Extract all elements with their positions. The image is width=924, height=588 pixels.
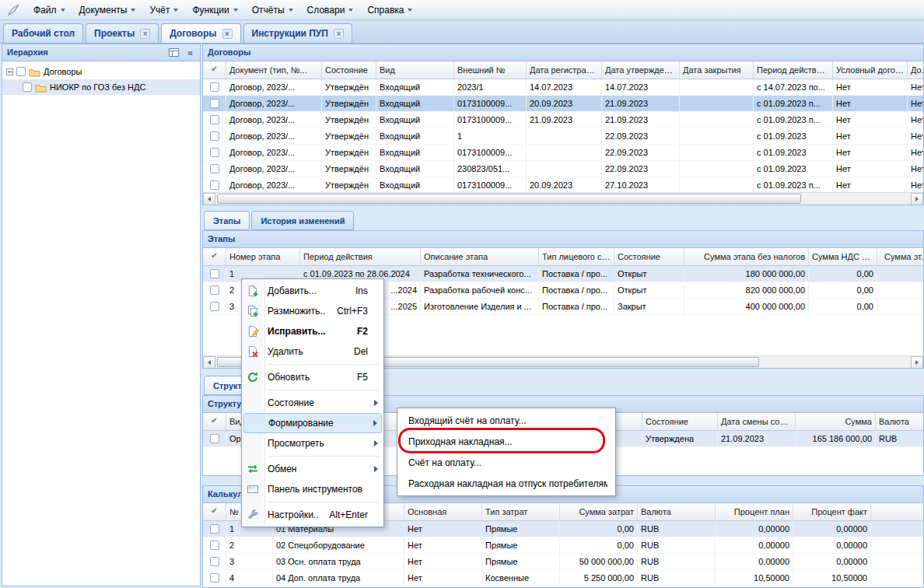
column-header[interactable]: До... bbox=[908, 61, 923, 79]
menubar-item[interactable]: Отчёты bbox=[245, 2, 300, 19]
column-header[interactable]: Состояние bbox=[614, 248, 684, 265]
main-tab[interactable]: Рабочий стол bbox=[3, 23, 83, 43]
table-row[interactable]: Договор, 2023/...УтверждёнВходящий017310… bbox=[203, 145, 923, 161]
table-row[interactable]: Договор, 2023/...УтверждёнВходящий017310… bbox=[203, 96, 923, 112]
select-all-checkbox[interactable]: ✔ bbox=[203, 413, 226, 430]
menubar-item[interactable]: Файл bbox=[26, 2, 72, 19]
tree-node[interactable]: Договоры bbox=[2, 64, 200, 79]
tree-node[interactable]: НИОКР по ГОЗ без НДС bbox=[2, 79, 200, 95]
table-row[interactable]: Договор, 2023/...УтверждёнВходящий017310… bbox=[203, 177, 923, 192]
table-row[interactable]: 202 СпецоборудованиеНетПрямые0,00RUB0,00… bbox=[203, 537, 923, 554]
column-header[interactable]: Сумма bbox=[796, 413, 876, 430]
menu-item[interactable]: ОбновитьF5 bbox=[243, 367, 382, 387]
menubar-item[interactable]: Учёт bbox=[142, 2, 185, 19]
contracts-horizontal-scrollbar[interactable] bbox=[203, 192, 923, 205]
menu-item[interactable]: Панель инструментов bbox=[243, 479, 382, 499]
row-checkbox[interactable] bbox=[210, 148, 219, 157]
node-checkbox[interactable] bbox=[16, 67, 26, 76]
column-header[interactable]: Дата регистрации bbox=[527, 61, 602, 79]
menubar-item[interactable]: Функции bbox=[185, 2, 244, 19]
column-header[interactable]: Номер этапа bbox=[226, 248, 300, 265]
tab-close-icon[interactable]: × bbox=[222, 29, 233, 39]
select-all-checkbox[interactable]: ✔ bbox=[203, 248, 226, 265]
menubar-item[interactable]: Словари bbox=[300, 2, 361, 19]
row-checkbox[interactable] bbox=[210, 557, 219, 566]
tab-close-icon[interactable]: × bbox=[140, 29, 150, 39]
layout-icon[interactable] bbox=[167, 46, 180, 59]
row-checkbox[interactable] bbox=[210, 269, 219, 278]
column-header[interactable]: Процент план bbox=[716, 503, 793, 520]
inner-tab[interactable]: История изменений bbox=[251, 211, 354, 230]
row-checkbox[interactable] bbox=[210, 115, 219, 124]
menu-item[interactable]: Просмотреть bbox=[243, 433, 382, 453]
tree-expander-icon[interactable] bbox=[6, 68, 13, 75]
row-checkbox[interactable] bbox=[210, 164, 219, 173]
menu-item[interactable]: Входящий счёт на оплату... bbox=[399, 410, 614, 431]
column-header[interactable]: Вид bbox=[376, 61, 454, 79]
column-header[interactable]: Условный договор bbox=[833, 61, 908, 79]
menu-item[interactable]: Приходная накладная... bbox=[399, 431, 614, 452]
main-tab[interactable]: Договоры× bbox=[161, 23, 240, 43]
column-header[interactable]: Валюта bbox=[876, 413, 923, 430]
row-checkbox[interactable] bbox=[210, 180, 219, 190]
scroll-right-icon[interactable] bbox=[911, 356, 923, 369]
column-header[interactable]: Дата утверждения bbox=[602, 61, 680, 79]
table-row[interactable]: Договор, 2023/...УтверждёнВходящий122.09… bbox=[203, 128, 923, 145]
column-header[interactable]: Дата смены состоя bbox=[718, 413, 796, 430]
tab-close-icon[interactable]: × bbox=[334, 29, 344, 39]
menu-item[interactable]: Настройки...Alt+Enter bbox=[243, 505, 382, 525]
scroll-right-icon[interactable] bbox=[911, 193, 923, 205]
scroll-thumb[interactable] bbox=[217, 194, 801, 204]
column-header[interactable]: Документ (тип, №... bbox=[226, 61, 322, 79]
menu-item[interactable]: Расходная накладная на отпуск потребител… bbox=[399, 473, 614, 494]
column-header[interactable]: Тип затрат bbox=[482, 503, 560, 520]
column-header[interactable]: Период действия bbox=[300, 248, 421, 265]
scroll-left-icon[interactable] bbox=[203, 193, 215, 205]
column-header[interactable]: Основная bbox=[404, 503, 482, 520]
node-checkbox[interactable] bbox=[23, 82, 32, 92]
select-all-checkbox[interactable]: ✔ bbox=[203, 503, 226, 520]
scroll-left-icon[interactable] bbox=[203, 356, 215, 369]
menu-item[interactable]: Формирование bbox=[243, 413, 382, 433]
column-header[interactable]: Состояние bbox=[642, 413, 718, 430]
column-header[interactable]: Сумма НДС этапа bbox=[809, 248, 877, 265]
column-header[interactable]: Сумма этапа без налогов bbox=[684, 248, 809, 265]
table-row[interactable]: 303 Осн. оплата трудаНетПрямые50 000 000… bbox=[203, 554, 923, 570]
inner-tab[interactable]: Этапы bbox=[204, 211, 250, 230]
menu-item[interactable]: Добавить...Ins bbox=[243, 281, 382, 301]
row-checkbox[interactable] bbox=[210, 524, 219, 534]
menu-item[interactable]: Счёт на оплату... bbox=[399, 452, 614, 473]
row-checkbox[interactable] bbox=[210, 541, 219, 550]
column-header[interactable]: Процент факт bbox=[793, 503, 871, 520]
column-header[interactable]: Описание этапа bbox=[421, 248, 539, 265]
main-tab[interactable]: Проекты× bbox=[86, 23, 159, 43]
column-header[interactable]: Состояние bbox=[322, 61, 376, 79]
menu-item[interactable]: Исправить...F2 bbox=[243, 321, 382, 341]
menu-item[interactable]: Состояние bbox=[243, 393, 382, 413]
table-row[interactable]: Договор, 2023/...УтверждёнВходящий2023/1… bbox=[203, 79, 923, 96]
column-header[interactable]: Валюта bbox=[638, 503, 716, 520]
row-checkbox[interactable] bbox=[210, 573, 219, 583]
column-header[interactable]: Сумма эт... bbox=[877, 248, 923, 265]
row-checkbox[interactable] bbox=[210, 131, 219, 141]
table-row[interactable]: 404 Доп. оплата трудаНетКосвенные5 250 0… bbox=[203, 570, 923, 586]
main-tab[interactable]: Инструкции ПУП× bbox=[243, 23, 352, 43]
column-header[interactable]: Период действия... bbox=[754, 61, 833, 79]
collapse-panel-icon[interactable]: « bbox=[184, 46, 197, 59]
column-header[interactable]: Дата закрытия bbox=[680, 61, 754, 79]
row-checkbox[interactable] bbox=[210, 285, 219, 295]
column-header[interactable]: Сумма затрат bbox=[560, 503, 638, 520]
menubar-item[interactable]: Документы bbox=[72, 2, 143, 19]
menubar-item[interactable]: Справка bbox=[360, 2, 419, 19]
table-row[interactable]: Договор, 2023/...УтверждёнВходящий017310… bbox=[203, 112, 923, 128]
menu-item[interactable]: Размножить...Ctrl+F3 bbox=[243, 301, 382, 321]
menu-item[interactable]: Обмен bbox=[243, 459, 382, 479]
select-all-checkbox[interactable]: ✔ bbox=[203, 61, 226, 79]
row-checkbox[interactable] bbox=[210, 82, 219, 92]
menu-item[interactable]: УдалитьDel bbox=[243, 341, 382, 362]
column-header[interactable]: Тип лицевого счёт bbox=[539, 248, 614, 265]
row-checkbox[interactable] bbox=[210, 302, 219, 311]
table-row[interactable]: Договор, 2023/...УтверждёнВходящий230823… bbox=[203, 161, 923, 177]
row-checkbox[interactable] bbox=[210, 99, 219, 108]
column-header[interactable]: Внешний № bbox=[454, 61, 527, 79]
